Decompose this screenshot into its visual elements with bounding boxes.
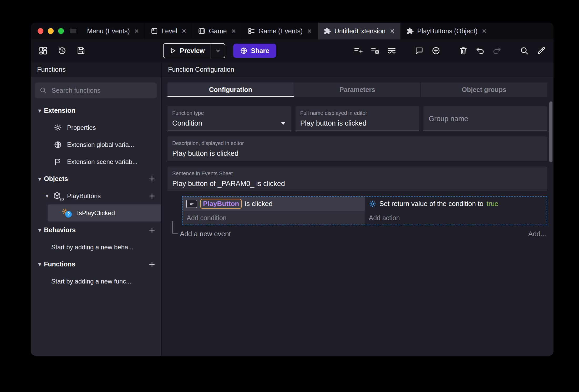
search-functions-box[interactable]	[35, 82, 157, 98]
project-manager-icon[interactable]	[39, 46, 48, 55]
edit-pen-icon[interactable]	[537, 46, 546, 55]
tree-item-scene-variables[interactable]: Extension scene variab...	[31, 153, 161, 170]
scene-icon	[151, 27, 158, 35]
add-object-button[interactable]	[148, 175, 156, 183]
add-more-link[interactable]: Add...	[528, 230, 546, 238]
functions-tree: ▾ Extension Properties Extension global …	[31, 102, 161, 356]
tree-item-playbuttons[interactable]: ▾ 2D PlayButtons	[31, 187, 161, 204]
close-icon[interactable]: ×	[307, 27, 312, 35]
function-type-dropdown[interactable]: Function type Condition	[167, 106, 291, 131]
add-new-event-link[interactable]: Add a new event	[180, 230, 231, 238]
trash-icon[interactable]	[459, 46, 468, 55]
group-name-field[interactable]	[423, 106, 547, 131]
play-icon	[169, 47, 176, 54]
tab-game-events[interactable]: Game (Events) ×	[242, 23, 318, 39]
add-subevent-icon[interactable]	[370, 46, 379, 55]
add-function-button[interactable]	[148, 260, 156, 268]
puzzle-icon	[324, 27, 331, 35]
tab-configuration[interactable]: Configuration	[167, 82, 294, 97]
add-object-function-button[interactable]	[148, 192, 156, 200]
plus-circle-icon[interactable]	[431, 46, 440, 55]
search-icon	[39, 87, 47, 94]
history-icon[interactable]	[58, 46, 67, 55]
share-button[interactable]: Share	[233, 44, 276, 58]
add-condition-link[interactable]: Add condition	[182, 211, 365, 225]
close-icon[interactable]: ×	[231, 27, 236, 35]
main-toolbar: Preview Share	[31, 39, 553, 62]
section-label: Functions	[44, 260, 75, 268]
undo-icon[interactable]	[476, 46, 485, 55]
add-comment-icon[interactable]	[387, 46, 396, 55]
main-panel-title: Function Configuration	[162, 62, 553, 77]
event-tree-elbow	[172, 221, 178, 234]
section-functions[interactable]: ▾ Functions	[31, 256, 161, 273]
sentence-field[interactable]: Sentence in Events Sheet Play button of …	[167, 167, 547, 191]
actions-column: Set return value of the condition to tru…	[365, 197, 547, 225]
puzzle-icon	[407, 27, 414, 35]
object-thumbnail-icon	[186, 200, 197, 208]
redo-icon[interactable]	[492, 46, 501, 55]
condition-row[interactable]: PlayButton is clicked	[182, 197, 365, 211]
comment-bubble-icon[interactable]	[415, 46, 424, 55]
tree-item-isplayclicked-selected[interactable]: ? IsPlayClicked	[48, 204, 161, 221]
section-behaviors[interactable]: ▾ Behaviors	[31, 221, 161, 239]
description-field[interactable]: Description, displayed in editor Play bu…	[167, 136, 547, 161]
tab-menu-events[interactable]: Menu (Events) ×	[81, 23, 145, 39]
section-objects[interactable]: ▾ Objects	[31, 170, 161, 187]
tab-label: Game	[209, 27, 227, 35]
save-icon[interactable]	[77, 46, 85, 55]
tab-level[interactable]: Level ×	[145, 23, 192, 39]
caret-down-icon[interactable]: ▾	[35, 227, 44, 233]
tab-parameters[interactable]: Parameters	[294, 82, 420, 97]
tree-item-properties[interactable]: Properties	[31, 119, 161, 136]
object-chip[interactable]: PlayButton	[200, 199, 242, 209]
field-label: Full name displayed in editor	[300, 110, 415, 116]
main-menu-icon[interactable]	[69, 23, 81, 39]
events-sheet: PlayButton is clicked Add condition Set …	[167, 196, 547, 238]
caret-down-icon[interactable]: ▾	[35, 261, 44, 267]
add-action-link[interactable]: Add action	[365, 211, 547, 225]
add-behavior-button[interactable]	[148, 226, 156, 234]
add-event-icon[interactable]	[354, 46, 363, 55]
action-value[interactable]: true	[487, 200, 499, 208]
group-name-input[interactable]	[428, 115, 542, 123]
caret-down-icon[interactable]: ▾	[35, 107, 44, 114]
search-functions-input[interactable]	[51, 86, 152, 95]
chevron-down-icon	[215, 48, 221, 54]
minimize-window-button[interactable]	[48, 28, 54, 34]
tree-item-global-variables[interactable]: Extension global varia...	[31, 136, 161, 153]
tree-item-label: PlayButtons	[67, 192, 101, 200]
traffic-lights	[31, 23, 69, 39]
caret-down-icon[interactable]: ▾	[43, 193, 51, 199]
preview-options-button[interactable]	[211, 44, 225, 58]
zoom-window-button[interactable]	[58, 28, 64, 34]
event-selected[interactable]: PlayButton is clicked Add condition Set …	[182, 196, 547, 225]
tab-game[interactable]: Game ×	[192, 23, 242, 39]
section-extension[interactable]: ▾ Extension	[31, 102, 161, 119]
close-icon[interactable]: ×	[482, 27, 487, 35]
tab-playbuttons-object[interactable]: PlayButtons (Object) ×	[400, 23, 492, 39]
tree-item-label: IsPlayClicked	[77, 209, 115, 217]
configuration-tabs: Configuration Parameters Object groups	[167, 82, 547, 97]
events-sheet-icon	[248, 27, 255, 35]
caret-down-icon[interactable]: ▾	[35, 176, 44, 182]
search-icon[interactable]	[520, 46, 529, 55]
behaviors-empty-hint: Start by adding a new beha...	[31, 239, 161, 256]
close-icon[interactable]: ×	[182, 27, 186, 35]
close-icon[interactable]: ×	[390, 27, 395, 35]
field-value: Play button is clicked	[172, 149, 238, 158]
tab-untitled-extension[interactable]: UntitledExtension ×	[318, 23, 400, 39]
full-name-field[interactable]: Full name displayed in editor Play butto…	[296, 106, 419, 131]
preview-button[interactable]: Preview	[164, 44, 211, 58]
close-icon[interactable]: ×	[134, 27, 139, 35]
section-label: Behaviors	[44, 226, 76, 234]
preview-label: Preview	[180, 47, 205, 55]
action-row[interactable]: Set return value of the condition to tru…	[365, 197, 547, 211]
scrollbar-thumb[interactable]	[549, 101, 552, 162]
tab-object-groups[interactable]: Object groups	[420, 82, 547, 97]
close-window-button[interactable]	[38, 28, 43, 34]
field-value: Play button is clicked	[300, 119, 367, 127]
dropdown-caret-icon	[281, 122, 286, 125]
condition-text: is clicked	[245, 200, 272, 208]
conditions-column: PlayButton is clicked Add condition	[182, 197, 365, 225]
